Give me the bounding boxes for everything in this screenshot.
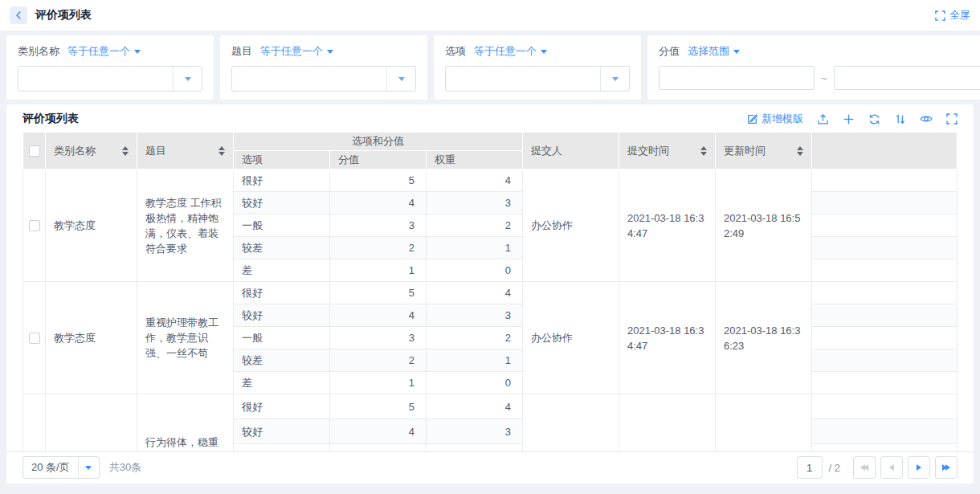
update-time-cell: 2021-03-18 16:36:23 <box>716 282 812 394</box>
back-button[interactable] <box>10 6 27 24</box>
question-cell: 教学态度 工作积极热情，精神饱满，仪表、着装符合要求 <box>137 169 234 282</box>
weight-cell: 3 <box>427 304 523 327</box>
score-cell: 5 <box>330 394 427 419</box>
filter-condition-dropdown[interactable]: 等于任意一个 <box>67 44 141 59</box>
filter-condition-dropdown[interactable]: 等于任意一个 <box>474 44 547 59</box>
page-size-select[interactable]: 20 条/页 <box>22 456 100 479</box>
row-checkbox[interactable] <box>29 333 40 344</box>
option-select[interactable] <box>445 66 630 92</box>
col-header-option-group: 选项和分值 <box>234 133 523 151</box>
category-cell: 教学态度 <box>46 169 137 282</box>
row-checkbox[interactable] <box>29 220 40 231</box>
score-cell: 5 <box>330 282 427 304</box>
caret-down-icon <box>541 50 547 54</box>
weight-cell: 3 <box>427 419 523 444</box>
category-cell <box>46 394 137 452</box>
trailing-cell <box>812 192 958 214</box>
trailing-cell <box>812 444 958 452</box>
range-separator: ~ <box>821 72 827 84</box>
filter-label: 选项 <box>445 44 466 59</box>
row-select-cell <box>23 394 46 452</box>
table-section-header: 评价项列表 新增模版 <box>6 104 974 132</box>
view-columns-icon[interactable] <box>920 112 933 125</box>
trailing-cell <box>812 394 958 419</box>
submitter-cell: 办公协作 <box>523 169 619 282</box>
sort-caret-icon[interactable] <box>212 146 225 156</box>
page-title: 评价项列表 <box>35 8 92 22</box>
category-select[interactable] <box>18 66 202 92</box>
submit-time-cell: 2021-03-18 16:34:47 <box>619 169 716 282</box>
col-header-score: 分值 <box>330 151 427 169</box>
top-bar: 评价项列表 全屏 <box>0 0 980 31</box>
last-page-button[interactable] <box>935 456 958 479</box>
col-header-submitter: 提交人 <box>523 133 619 169</box>
new-template-button[interactable]: 新增模版 <box>746 112 803 126</box>
sort-caret-icon[interactable] <box>790 146 803 156</box>
row-select-cell <box>23 282 46 394</box>
select-dropdown-button[interactable] <box>600 67 629 91</box>
table-wrap: 类别名称 题目 选项和分值 提交人 <box>22 132 958 451</box>
filter-condition-dropdown[interactable]: 选择范围 <box>688 44 740 59</box>
col-header-submit-time: 提交时间 <box>619 133 716 169</box>
trailing-cell <box>812 372 958 394</box>
page-fullscreen-button[interactable]: 全屏 <box>935 8 970 22</box>
question-select[interactable] <box>231 66 416 92</box>
first-page-button[interactable] <box>853 456 876 479</box>
chevron-left-icon <box>889 464 894 471</box>
refresh-icon[interactable] <box>868 113 880 125</box>
category-select-input[interactable] <box>18 67 173 91</box>
sort-order-icon[interactable] <box>894 113 906 125</box>
filter-category: 类别名称 等于任意一个 <box>6 35 214 100</box>
sort-caret-icon[interactable] <box>116 146 129 156</box>
score-range-from-input[interactable] <box>659 66 815 90</box>
col-header-option: 选项 <box>234 151 330 169</box>
filter-condition-dropdown[interactable]: 等于任意一个 <box>260 44 333 59</box>
option-cell: 较好 <box>234 192 330 214</box>
caret-down-icon <box>612 77 619 81</box>
option-select-input[interactable] <box>446 67 600 91</box>
prev-page-button[interactable] <box>880 456 903 479</box>
col-header-category: 类别名称 <box>46 133 137 169</box>
caret-down-icon <box>78 457 99 478</box>
current-page-input[interactable] <box>797 456 823 479</box>
score-cell: 4 <box>330 419 427 444</box>
option-cell <box>234 444 330 452</box>
score-cell: 1 <box>330 259 427 282</box>
table-fullscreen-icon[interactable] <box>946 113 958 125</box>
weight-cell: 1 <box>427 349 523 372</box>
score-range-to-input[interactable] <box>834 66 980 90</box>
weight-cell: 2 <box>427 214 523 237</box>
option-cell: 较好 <box>234 304 330 327</box>
option-cell: 一般 <box>234 214 330 237</box>
select-dropdown-button[interactable] <box>173 67 202 91</box>
select-all-checkbox[interactable] <box>29 145 40 157</box>
double-chevron-right-icon <box>943 464 949 471</box>
next-page-button[interactable] <box>908 456 930 479</box>
table-card: 评价项列表 新增模版 <box>6 104 974 484</box>
category-cell: 教学态度 <box>46 282 137 394</box>
caret-down-icon <box>134 50 141 54</box>
question-select-input[interactable] <box>232 67 386 91</box>
submit-time-cell: 2021-03-18 16:34:47 <box>619 282 716 394</box>
score-cell: 3 <box>330 327 427 349</box>
sort-caret-icon[interactable] <box>694 146 707 156</box>
score-cell: 4 <box>330 304 427 327</box>
chevron-left-icon <box>14 10 23 20</box>
submitter-cell: 办公协作 <box>523 282 619 394</box>
filter-question: 题目 等于任意一个 <box>220 35 427 100</box>
weight-cell <box>427 444 523 452</box>
submit-time-cell <box>619 394 716 452</box>
upload-icon[interactable] <box>817 113 829 125</box>
weight-cell: 4 <box>427 169 523 192</box>
option-cell: 较好 <box>234 419 330 444</box>
score-cell <box>330 444 427 452</box>
filter-bar: 类别名称 等于任意一个 题目 等于任意一个 选项 等于任意 <box>6 35 974 100</box>
caret-down-icon <box>398 77 405 81</box>
trailing-cell <box>812 259 958 282</box>
add-icon[interactable] <box>843 113 855 125</box>
col-header-update-time: 更新时间 <box>716 133 812 169</box>
caret-down-icon <box>733 50 740 54</box>
select-dropdown-button[interactable] <box>386 67 415 91</box>
table-row: 行为得体，稳重大很好54 <box>23 394 958 419</box>
weight-cell: 4 <box>427 394 523 419</box>
